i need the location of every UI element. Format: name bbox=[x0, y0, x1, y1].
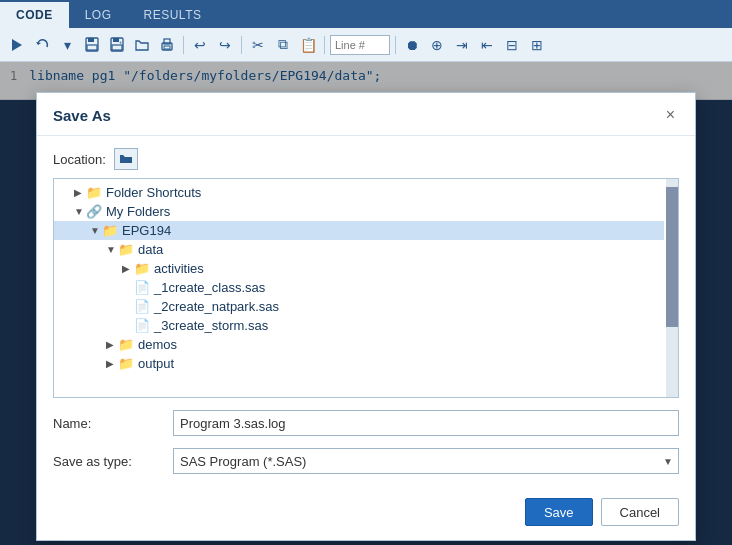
save-type-row: Save as type: SAS Program (*.SAS) SAS Lo… bbox=[53, 448, 679, 474]
location-label: Location: bbox=[53, 152, 106, 167]
tab-code[interactable]: CODE bbox=[0, 2, 69, 28]
toolbar: ▾ + ↩ ↪ ✂ ⧉ 📋 ⏺ ⊕ ⇥ ⇤ ⊟ ⊞ bbox=[0, 28, 732, 62]
tree-item-data[interactable]: ▼ 📁 data bbox=[54, 240, 664, 259]
tree-item-epg194[interactable]: ▼ 📁 EPG194 bbox=[54, 221, 664, 240]
toggle-output[interactable]: ▶ bbox=[106, 358, 118, 369]
scroll-thumb[interactable] bbox=[666, 187, 678, 327]
cancel-button[interactable]: Cancel bbox=[601, 498, 679, 526]
modal-overlay: Save As × Location: ▶ 📁 bbox=[0, 62, 732, 545]
dialog-body: Location: ▶ 📁 Folder Shortcuts bbox=[37, 136, 695, 486]
dialog-title: Save As bbox=[53, 107, 111, 124]
outdent-button[interactable]: ⇤ bbox=[476, 34, 498, 56]
svg-rect-9 bbox=[164, 46, 170, 49]
tree-item-file3[interactable]: · 📄 _3create_storm.sas bbox=[54, 316, 664, 335]
save-as-dialog: Save As × Location: ▶ 📁 bbox=[36, 92, 696, 541]
toggle-activities[interactable]: ▶ bbox=[122, 263, 134, 274]
save-type-select[interactable]: SAS Program (*.SAS) SAS Log (*.log) All … bbox=[173, 448, 679, 474]
toggle-demos[interactable]: ▶ bbox=[106, 339, 118, 350]
tree-item-my-folders[interactable]: ▼ 🔗 My Folders bbox=[54, 202, 664, 221]
copy-button[interactable]: ⧉ bbox=[272, 34, 294, 56]
toggle-data[interactable]: ▼ bbox=[106, 244, 118, 255]
output-icon: 📁 bbox=[118, 356, 134, 371]
dialog-close-button[interactable]: × bbox=[662, 105, 679, 125]
save-type-label: Save as type: bbox=[53, 454, 173, 469]
collapse-button[interactable]: ⊟ bbox=[501, 34, 523, 56]
file-tree-container[interactable]: ▶ 📁 Folder Shortcuts ▼ 🔗 My Folders bbox=[53, 178, 679, 398]
epg194-icon: 📁 bbox=[102, 223, 118, 238]
open-button[interactable] bbox=[131, 34, 153, 56]
folder-shortcuts-icon: 📁 bbox=[86, 185, 102, 200]
epg194-label: EPG194 bbox=[122, 223, 171, 238]
save-button[interactable]: Save bbox=[525, 498, 593, 526]
tree-item-output[interactable]: ▶ 📁 output bbox=[54, 354, 664, 373]
tab-bar: CODE LOG RESULTS bbox=[0, 0, 732, 28]
tab-log[interactable]: LOG bbox=[69, 2, 128, 28]
run-button[interactable] bbox=[6, 34, 28, 56]
name-input[interactable] bbox=[173, 410, 679, 436]
location-browse-button[interactable] bbox=[114, 148, 138, 170]
svg-rect-1 bbox=[88, 38, 94, 42]
paste-button[interactable]: 📋 bbox=[297, 34, 319, 56]
file2-label: _2create_natpark.sas bbox=[154, 299, 279, 314]
name-label: Name: bbox=[53, 416, 173, 431]
svg-text:+: + bbox=[119, 39, 123, 45]
file3-icon: 📄 bbox=[134, 318, 150, 333]
location-row: Location: bbox=[53, 148, 679, 170]
tree-item-folder-shortcuts[interactable]: ▶ 📁 Folder Shortcuts bbox=[54, 183, 664, 202]
my-folders-label: My Folders bbox=[106, 204, 170, 219]
activities-label: activities bbox=[154, 261, 204, 276]
file1-label: _1create_class.sas bbox=[154, 280, 265, 295]
tree-item-file1[interactable]: · 📄 _1create_class.sas bbox=[54, 278, 664, 297]
file2-icon: 📄 bbox=[134, 299, 150, 314]
name-row: Name: bbox=[53, 410, 679, 436]
undo2-button[interactable]: ↩ bbox=[189, 34, 211, 56]
undo-button[interactable] bbox=[31, 34, 53, 56]
demos-label: demos bbox=[138, 337, 177, 352]
toggle-folder-shortcuts[interactable]: ▶ bbox=[74, 187, 86, 198]
file3-label: _3create_storm.sas bbox=[154, 318, 268, 333]
output-label: output bbox=[138, 356, 174, 371]
file-tree: ▶ 📁 Folder Shortcuts ▼ 🔗 My Folders bbox=[54, 179, 678, 377]
toggle-epg194[interactable]: ▼ bbox=[90, 225, 102, 236]
scroll-track bbox=[666, 179, 678, 397]
data-label: data bbox=[138, 242, 163, 257]
tree-item-file2[interactable]: · 📄 _2create_natpark.sas bbox=[54, 297, 664, 316]
expand-button[interactable]: ⊞ bbox=[526, 34, 548, 56]
svg-rect-5 bbox=[112, 45, 122, 50]
data-icon: 📁 bbox=[118, 242, 134, 257]
file1-icon: 📄 bbox=[134, 280, 150, 295]
demos-icon: 📁 bbox=[118, 337, 134, 352]
indent-button[interactable]: ⇥ bbox=[451, 34, 473, 56]
toggle-my-folders[interactable]: ▼ bbox=[74, 206, 86, 217]
cut-button[interactable]: ✂ bbox=[247, 34, 269, 56]
print-button[interactable] bbox=[156, 34, 178, 56]
save-button-toolbar[interactable] bbox=[81, 34, 103, 56]
dialog-title-bar: Save As × bbox=[37, 93, 695, 136]
tree-item-demos[interactable]: ▶ 📁 demos bbox=[54, 335, 664, 354]
record-button[interactable]: ⏺ bbox=[401, 34, 423, 56]
redo-button[interactable]: ↪ bbox=[214, 34, 236, 56]
split-button[interactable]: ⊕ bbox=[426, 34, 448, 56]
folder-shortcuts-label: Folder Shortcuts bbox=[106, 185, 201, 200]
save-type-wrapper: SAS Program (*.SAS) SAS Log (*.log) All … bbox=[173, 448, 679, 474]
dialog-footer: Save Cancel bbox=[37, 486, 695, 540]
line-number-input[interactable] bbox=[330, 35, 390, 55]
run-options-button[interactable]: ▾ bbox=[56, 34, 78, 56]
save-as-button-toolbar[interactable]: + bbox=[106, 34, 128, 56]
svg-rect-2 bbox=[87, 45, 97, 50]
activities-icon: 📁 bbox=[134, 261, 150, 276]
tree-item-activities[interactable]: ▶ 📁 activities bbox=[54, 259, 664, 278]
my-folders-icon: 🔗 bbox=[86, 204, 102, 219]
tab-results[interactable]: RESULTS bbox=[128, 2, 218, 28]
